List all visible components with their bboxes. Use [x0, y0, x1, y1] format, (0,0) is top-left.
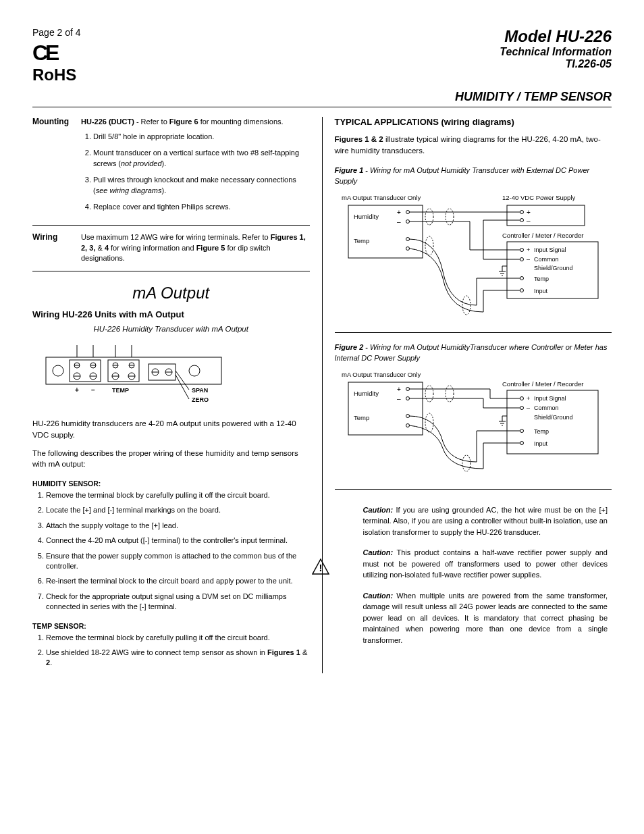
wiring-section: Wiring Use maximum 12 AWG wire for wirin…: [32, 232, 310, 265]
list-item: Ensure that the power supply common is a…: [46, 551, 310, 572]
svg-text:Temp: Temp: [354, 237, 369, 244]
svg-point-91: [406, 414, 409, 417]
list-item: Re-insert the terminal block to the circ…: [46, 576, 310, 586]
svg-text:ZERO: ZERO: [192, 396, 209, 403]
svg-point-117: [446, 386, 454, 402]
svg-point-97: [520, 441, 523, 444]
divider: [32, 225, 310, 226]
humidity-steps: Remove the terminal block by carefully p…: [32, 490, 310, 613]
svg-point-94: [520, 396, 523, 400]
svg-text:–: –: [397, 395, 401, 402]
ma-sub-heading: Wiring HU-226 Units with mA Output: [32, 309, 310, 319]
svg-text:Shield/Ground: Shield/Ground: [534, 265, 573, 271]
model-title: Model HU-226: [500, 27, 612, 46]
svg-point-47: [406, 247, 409, 251]
svg-point-56: [520, 258, 523, 261]
figure-1-title: Figure 1 - Wiring for mA Output Humidity…: [335, 165, 612, 186]
svg-text:Shield/Ground: Shield/Ground: [534, 414, 573, 421]
sensor-title: HUMIDITY / TEMP SENSOR: [32, 90, 612, 104]
mounting-model-ref: HU-226 (DUCT): [81, 118, 134, 126]
svg-point-57: [520, 277, 523, 280]
svg-point-55: [520, 249, 523, 252]
figure-2-title: Figure 2 - Wiring for mA Output Humidity…: [335, 342, 612, 363]
svg-point-49: [520, 211, 523, 214]
header: Page 2 of 4 CE RoHS Model HU-226 Technic…: [32, 27, 612, 84]
svg-text:–: –: [527, 405, 530, 411]
svg-text:+: +: [527, 246, 530, 253]
svg-point-89: [406, 387, 409, 390]
mounting-steps: Drill 5/8" hole in appropriate location.…: [81, 132, 310, 213]
svg-point-96: [520, 429, 523, 432]
temp-steps: Remove the terminal block by carefully p…: [32, 633, 310, 669]
header-left: Page 2 of 4 CE RoHS: [32, 27, 81, 84]
svg-text:–: –: [397, 218, 401, 226]
svg-point-50: [520, 219, 523, 222]
svg-text:Input Signal: Input Signal: [534, 395, 566, 402]
ma-fig-caption: HU-226 Humidity Transducer with mA Outpu…: [32, 325, 310, 333]
svg-text:mA Output Transducer Only: mA Output Transducer Only: [342, 371, 421, 378]
caution-2: Caution: This product contains a half-wa…: [363, 547, 608, 581]
applications-intro: Figures 1 & 2 illustrate typical wiring …: [335, 134, 612, 156]
svg-point-118: [425, 413, 433, 432]
left-column: Mounting HU-226 (DUCT) - Refer to Figure…: [32, 117, 323, 673]
caution-block: Caution: If you are using grounded AC, t…: [359, 498, 612, 653]
ma-output-title: mA Output: [32, 284, 310, 303]
svg-text:Input: Input: [534, 440, 548, 447]
svg-point-1: [53, 365, 63, 376]
svg-point-79: [446, 209, 454, 225]
right-column: TYPICAL APPLICATIONS (wiring diagrams) F…: [323, 117, 612, 673]
svg-point-29: [189, 365, 200, 376]
svg-text:12-40 VDC Power Supply: 12-40 VDC Power Supply: [502, 194, 575, 201]
svg-text:Input Signal: Input Signal: [534, 246, 566, 253]
svg-rect-0: [46, 357, 221, 384]
svg-text:Common: Common: [534, 405, 559, 411]
svg-point-46: [406, 238, 409, 241]
mounting-step: Mount transducer on a vertical surface w…: [93, 148, 310, 170]
svg-text:Input: Input: [534, 288, 548, 294]
divider: [335, 489, 612, 490]
list-item: Connect the 4-20 mA output ([-] terminal…: [46, 536, 310, 546]
header-rule: [32, 107, 612, 107]
svg-text:Temp: Temp: [354, 414, 369, 421]
divider: [335, 332, 612, 333]
warning-icon: !: [312, 558, 329, 575]
mounting-step: Pull wires through knockout and make nec…: [93, 175, 310, 197]
svg-text:Controller / Meter / Recorder: Controller / Meter / Recorder: [502, 380, 583, 388]
temp-sensor-heading: TEMP SENSOR:: [32, 622, 310, 630]
caution-1: Caution: If you are using grounded AC, t…: [363, 504, 608, 538]
list-item: Remove the terminal block by carefully p…: [46, 633, 310, 643]
svg-text:Humidity: Humidity: [354, 390, 379, 397]
svg-text:Common: Common: [534, 256, 559, 263]
svg-text:mA Output Transducer Only: mA Output Transducer Only: [342, 194, 421, 201]
content-columns: Mounting HU-226 (DUCT) - Refer to Figure…: [32, 117, 612, 673]
wiring-label: Wiring: [32, 232, 81, 242]
svg-text:+: +: [397, 209, 401, 216]
svg-point-95: [520, 406, 523, 409]
caution-3: Caution: When multiple units are powered…: [363, 590, 608, 646]
svg-text:Humidity: Humidity: [354, 213, 379, 220]
svg-point-45: [406, 220, 409, 224]
svg-point-81: [462, 296, 471, 315]
list-item: Locate the [+] and [-] terminal markings…: [46, 505, 310, 515]
ce-mark-icon: CE: [32, 41, 81, 66]
svg-text:!: !: [319, 562, 322, 573]
ma-para-1: HU-226 humidity transducers are 4-20 mA …: [32, 418, 310, 440]
svg-point-90: [406, 396, 409, 400]
svg-point-119: [462, 455, 471, 471]
applications-heading: TYPICAL APPLICATIONS (wiring diagrams): [335, 117, 612, 127]
rohs-mark-icon: RoHS: [32, 66, 81, 84]
title-block: Model HU-226 Technical Information TI.22…: [500, 27, 612, 70]
svg-text:+: +: [75, 386, 79, 394]
svg-text:–: –: [527, 256, 530, 263]
svg-text:Temp: Temp: [534, 276, 549, 282]
mounting-body: HU-226 (DUCT) - Refer to Figure 6 for mo…: [81, 117, 310, 218]
svg-text:–: –: [527, 217, 531, 224]
svg-text:+: +: [527, 209, 531, 216]
divider: [32, 271, 310, 271]
mounting-section: Mounting HU-226 (DUCT) - Refer to Figure…: [32, 117, 310, 218]
page-number: Page 2 of 4: [32, 27, 81, 38]
svg-text:SPAN: SPAN: [192, 387, 208, 394]
svg-point-92: [406, 423, 409, 427]
svg-point-116: [425, 386, 433, 402]
svg-text:Temp: Temp: [534, 428, 549, 435]
